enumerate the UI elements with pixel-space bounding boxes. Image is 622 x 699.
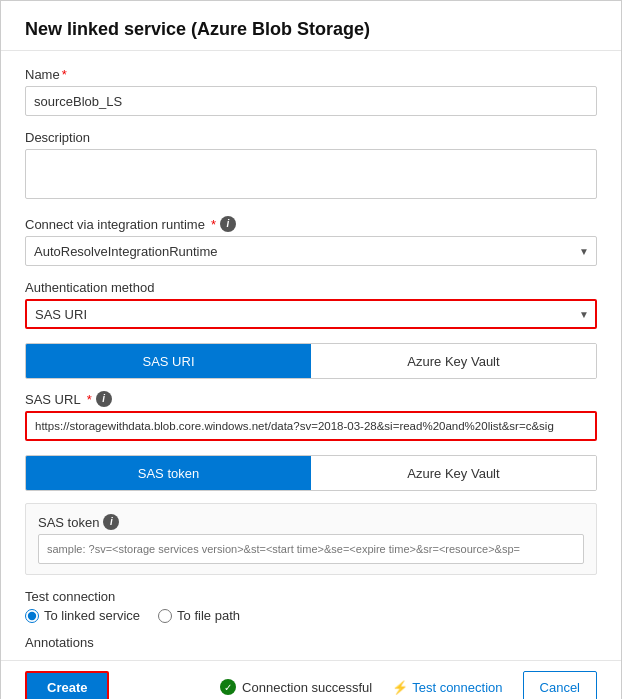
description-input[interactable] xyxy=(25,149,597,199)
sas-token-info-icon: i xyxy=(103,514,119,530)
annotations-section: Annotations xyxy=(25,635,597,650)
sas-token-label: SAS token xyxy=(38,515,99,530)
radio-to-file-text: To file path xyxy=(177,608,240,623)
radio-to-linked-service[interactable] xyxy=(25,609,39,623)
name-required: * xyxy=(62,67,67,82)
runtime-label-row: Connect via integration runtime * i xyxy=(25,216,597,232)
sas-token-tab[interactable]: SAS token xyxy=(26,456,311,490)
dialog-header: New linked service (Azure Blob Storage) xyxy=(1,1,621,51)
radio-group: To linked service To file path xyxy=(25,608,597,623)
dialog-title: New linked service (Azure Blob Storage) xyxy=(25,19,370,39)
description-group: Description xyxy=(25,130,597,202)
sas-url-group: SAS URL * i xyxy=(25,391,597,441)
connection-status-text: Connection successful xyxy=(242,680,372,695)
test-connection-button[interactable]: ⚡ Test connection xyxy=(382,674,512,700)
test-icon: ⚡ xyxy=(392,680,408,695)
cancel-button[interactable]: Cancel xyxy=(523,671,597,699)
connection-status: ✓ Connection successful xyxy=(220,679,372,695)
runtime-select-wrapper: AutoResolveIntegrationRuntime ▼ xyxy=(25,236,597,266)
radio-to-file-label[interactable]: To file path xyxy=(158,608,240,623)
sas-uri-tab-bar: SAS URI Azure Key Vault xyxy=(25,343,597,379)
auth-method-select[interactable]: SAS URI xyxy=(25,299,597,329)
radio-to-linked-text: To linked service xyxy=(44,608,140,623)
create-button[interactable]: Create xyxy=(25,671,109,699)
azure-key-vault-tab1[interactable]: Azure Key Vault xyxy=(311,344,596,378)
success-icon: ✓ xyxy=(220,679,236,695)
auth-method-group: Authentication method SAS URI ▼ xyxy=(25,280,597,329)
test-connection-label: Test connection xyxy=(25,589,597,604)
auth-method-select-wrapper: SAS URI ▼ xyxy=(25,299,597,329)
radio-to-file-path[interactable] xyxy=(158,609,172,623)
dialog-footer: Create ✓ Connection successful ⚡ Test co… xyxy=(1,660,621,699)
sas-token-label-row: SAS token i xyxy=(38,514,584,530)
footer-left: Create xyxy=(25,671,109,699)
azure-key-vault-tab2[interactable]: Azure Key Vault xyxy=(311,456,596,490)
name-group: Name* xyxy=(25,67,597,116)
test-connection-label: Test connection xyxy=(412,680,502,695)
sas-url-info-icon: i xyxy=(96,391,112,407)
new-linked-service-dialog: New linked service (Azure Blob Storage) … xyxy=(0,0,622,699)
runtime-select[interactable]: AutoResolveIntegrationRuntime xyxy=(25,236,597,266)
sas-uri-tab[interactable]: SAS URI xyxy=(26,344,311,378)
dialog-body: Name* Description Connect via integratio… xyxy=(1,51,621,660)
sas-url-required: * xyxy=(87,392,92,407)
sas-token-input[interactable] xyxy=(38,534,584,564)
sas-token-group: SAS token i xyxy=(25,503,597,575)
description-label: Description xyxy=(25,130,597,145)
sas-token-tab-bar: SAS token Azure Key Vault xyxy=(25,455,597,491)
auth-method-label: Authentication method xyxy=(25,280,597,295)
runtime-info-icon: i xyxy=(220,216,236,232)
sas-url-label-row: SAS URL * i xyxy=(25,391,597,407)
sas-url-input[interactable] xyxy=(25,411,597,441)
radio-to-linked-label[interactable]: To linked service xyxy=(25,608,140,623)
annotations-label: Annotations xyxy=(25,635,597,650)
test-connection-section: Test connection To linked service To fil… xyxy=(25,589,597,623)
name-input[interactable] xyxy=(25,86,597,116)
runtime-required: * xyxy=(211,217,216,232)
runtime-label: Connect via integration runtime xyxy=(25,217,205,232)
runtime-group: Connect via integration runtime * i Auto… xyxy=(25,216,597,266)
sas-url-label: SAS URL xyxy=(25,392,81,407)
footer-right: ✓ Connection successful ⚡ Test connectio… xyxy=(220,671,597,699)
name-label: Name* xyxy=(25,67,597,82)
